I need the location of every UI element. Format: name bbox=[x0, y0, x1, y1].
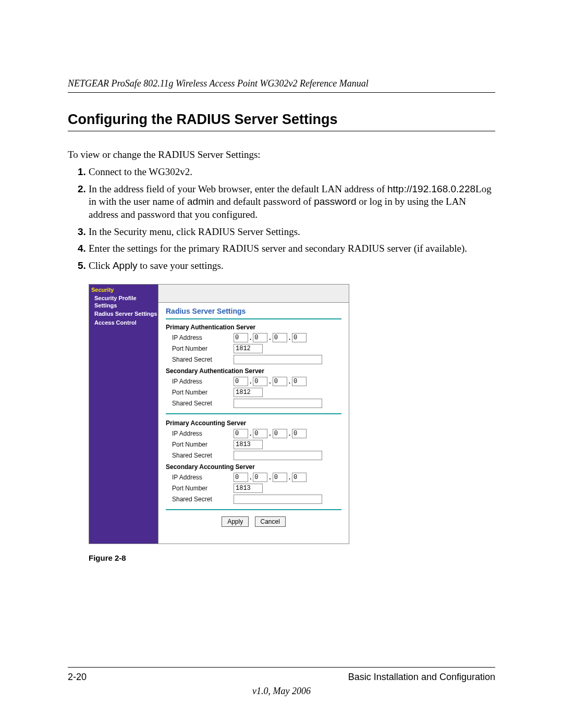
step-4: Enter the settings for the primary RADIU… bbox=[89, 242, 495, 255]
dot-icon: . bbox=[248, 430, 253, 437]
label-secret: Shared Secret bbox=[166, 452, 234, 459]
sa-secret-input[interactable] bbox=[234, 399, 322, 408]
dot-icon: . bbox=[287, 430, 292, 437]
dot-icon: . bbox=[267, 334, 272, 341]
page-footer: 2-20 Basic Installation and Configuratio… bbox=[68, 667, 495, 697]
steps-list: Connect to the WG302v2. In the address f… bbox=[68, 166, 495, 273]
label-port: Port Number bbox=[166, 485, 234, 492]
label-secret: Shared Secret bbox=[166, 356, 234, 363]
step-1: Connect to the WG302v2. bbox=[89, 166, 495, 179]
sc-ip-oct3[interactable] bbox=[273, 473, 287, 482]
step-2-pass: password bbox=[314, 196, 356, 207]
row-sa-ip: IP Address . . . bbox=[166, 377, 341, 386]
label-ip: IP Address bbox=[166, 474, 234, 481]
row-pc-port: Port Number bbox=[166, 440, 341, 449]
group-primary-auth: Primary Authentication Server bbox=[166, 324, 341, 331]
dot-icon: . bbox=[248, 378, 253, 385]
dot-icon: . bbox=[287, 334, 292, 341]
pc-ip-oct3[interactable] bbox=[273, 429, 287, 438]
dot-icon: . bbox=[287, 474, 292, 481]
row-pc-secret: Shared Secret bbox=[166, 451, 341, 460]
pc-ip-oct1[interactable] bbox=[234, 429, 248, 438]
dot-icon: . bbox=[267, 430, 272, 437]
row-pc-ip: IP Address . . . bbox=[166, 429, 341, 438]
pc-ip-oct2[interactable] bbox=[253, 429, 267, 438]
row-pa-port: Port Number bbox=[166, 344, 341, 353]
label-port: Port Number bbox=[166, 345, 234, 352]
sc-ip-oct2[interactable] bbox=[253, 473, 267, 482]
running-header: NETGEAR ProSafe 802.11g Wireless Access … bbox=[68, 78, 495, 93]
pa-ip-oct4[interactable] bbox=[292, 333, 307, 342]
step-2-text-a: In the address field of your Web browser… bbox=[89, 183, 387, 194]
pa-ip-oct3[interactable] bbox=[273, 333, 287, 342]
group-secondary-auth: Secondary Authentication Server bbox=[166, 367, 341, 375]
pa-port-input[interactable] bbox=[234, 344, 263, 353]
pa-ip-oct1[interactable] bbox=[234, 333, 248, 342]
dot-icon: . bbox=[267, 378, 272, 385]
sa-port-input[interactable] bbox=[234, 388, 263, 397]
sc-ip-oct4[interactable] bbox=[292, 473, 307, 482]
label-secret: Shared Secret bbox=[166, 400, 234, 407]
step-5-btn: Apply bbox=[113, 260, 138, 271]
section-heading: Configuring the RADIUS Server Settings bbox=[68, 112, 495, 131]
row-pa-ip: IP Address . . . bbox=[166, 333, 341, 342]
dot-icon: . bbox=[267, 474, 272, 481]
label-ip: IP Address bbox=[166, 430, 234, 437]
label-ip: IP Address bbox=[166, 334, 234, 341]
label-ip: IP Address bbox=[166, 378, 234, 385]
sidebar-item-access-control[interactable]: Access Control bbox=[91, 318, 158, 327]
pc-ip-oct4[interactable] bbox=[292, 429, 307, 438]
dot-icon: . bbox=[287, 378, 292, 385]
sidebar-item-radius-server[interactable]: Radius Server Settings bbox=[91, 310, 158, 318]
button-row: Apply Cancel bbox=[166, 516, 341, 527]
group-primary-acct: Primary Accounting Server bbox=[166, 419, 341, 427]
step-2: In the address field of your Web browser… bbox=[89, 183, 495, 221]
row-pa-secret: Shared Secret bbox=[166, 355, 341, 364]
figure-wrap: Security Security Profile Settings Radiu… bbox=[89, 284, 495, 562]
panel-top-gap bbox=[158, 285, 349, 302]
sidebar-item-security-profile[interactable]: Security Profile Settings bbox=[91, 294, 158, 310]
document-page: NETGEAR ProSafe 802.11g Wireless Access … bbox=[0, 0, 563, 728]
footer-section: Basic Installation and Configuration bbox=[348, 672, 495, 683]
step-5-text-b: to save your settings. bbox=[137, 260, 223, 271]
label-port: Port Number bbox=[166, 389, 234, 396]
ui-screenshot: Security Security Profile Settings Radiu… bbox=[89, 284, 349, 544]
label-secret: Shared Secret bbox=[166, 496, 234, 503]
step-2-user: admin bbox=[187, 196, 214, 207]
panel-inner: Radius Server Settings Primary Authentic… bbox=[158, 302, 349, 534]
row-sa-secret: Shared Secret bbox=[166, 399, 341, 408]
sc-ip-oct1[interactable] bbox=[234, 473, 248, 482]
sa-ip-oct4[interactable] bbox=[292, 377, 307, 386]
dot-icon: . bbox=[248, 474, 253, 481]
row-sa-port: Port Number bbox=[166, 388, 341, 397]
step-5-text-a: Click bbox=[89, 260, 113, 271]
pc-port-input[interactable] bbox=[234, 440, 263, 449]
figure-caption: Figure 2-8 bbox=[89, 553, 495, 562]
sc-secret-input[interactable] bbox=[234, 495, 322, 504]
sc-port-input[interactable] bbox=[234, 484, 263, 493]
footer-page-number: 2-20 bbox=[68, 672, 87, 683]
step-2-url: http://192.168.0.228 bbox=[387, 183, 475, 194]
row-sc-port: Port Number bbox=[166, 484, 341, 493]
pc-secret-input[interactable] bbox=[234, 451, 322, 460]
intro-text: To view or change the RADIUS Server Sett… bbox=[68, 149, 495, 161]
sa-ip-oct3[interactable] bbox=[273, 377, 287, 386]
divider bbox=[166, 413, 341, 414]
sa-ip-oct2[interactable] bbox=[253, 377, 267, 386]
pa-ip-oct2[interactable] bbox=[253, 333, 267, 342]
divider bbox=[166, 509, 341, 510]
row-sc-ip: IP Address . . . bbox=[166, 473, 341, 482]
pa-secret-input[interactable] bbox=[234, 355, 322, 364]
step-2-text-c: and default password of bbox=[214, 196, 314, 207]
row-sc-secret: Shared Secret bbox=[166, 495, 341, 504]
step-5: Click Apply to save your settings. bbox=[89, 260, 495, 273]
footer-version: v1.0, May 2006 bbox=[68, 686, 495, 697]
sidebar: Security Security Profile Settings Radiu… bbox=[89, 285, 158, 544]
dot-icon: . bbox=[248, 334, 253, 341]
apply-button[interactable]: Apply bbox=[222, 516, 249, 527]
sa-ip-oct1[interactable] bbox=[234, 377, 248, 386]
panel-title: Radius Server Settings bbox=[166, 306, 341, 319]
cancel-button[interactable]: Cancel bbox=[255, 516, 286, 527]
step-3: In the Security menu, click RADIUS Serve… bbox=[89, 226, 495, 239]
settings-panel: Radius Server Settings Primary Authentic… bbox=[158, 285, 349, 544]
